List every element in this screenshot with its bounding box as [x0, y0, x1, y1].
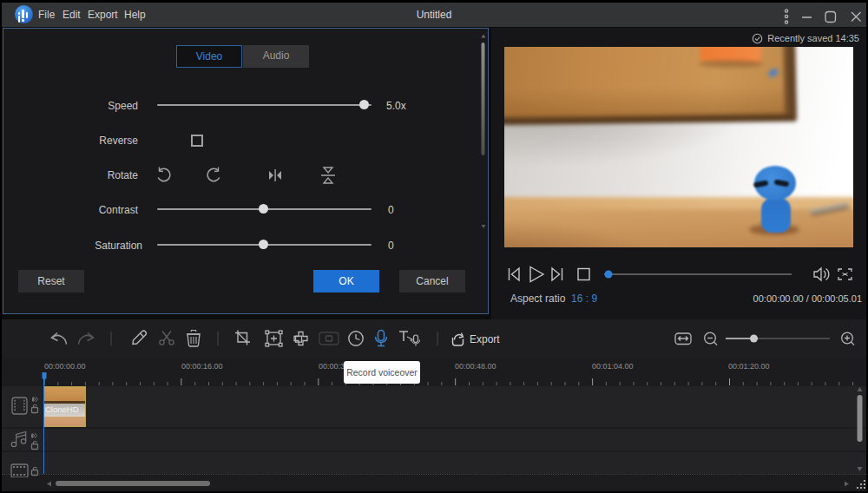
svg-text:Export: Export [470, 333, 500, 345]
